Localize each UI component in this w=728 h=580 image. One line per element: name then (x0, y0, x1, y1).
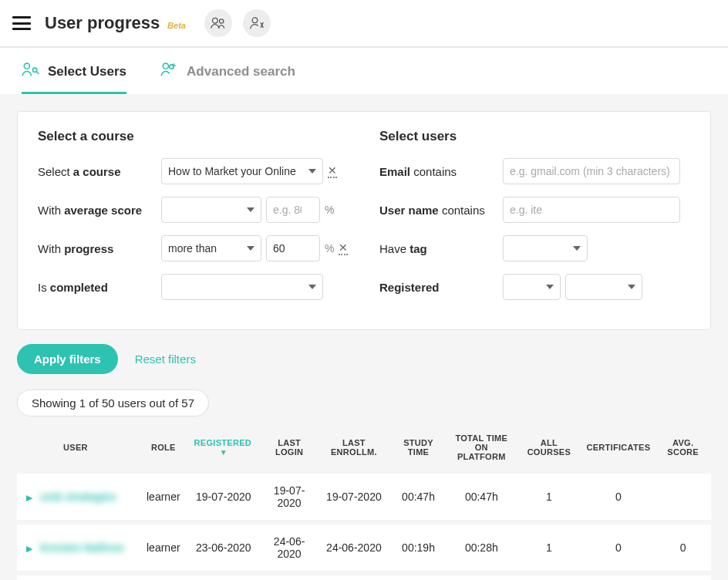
user-name[interactable]: Kreston Nathras (40, 541, 124, 554)
th-role[interactable]: ROLE (140, 426, 187, 471)
filter-heading-course: Select a course (38, 129, 349, 144)
input-progress-value[interactable] (266, 235, 320, 261)
avg-score-pct: % (325, 204, 334, 216)
label-tag: Have tag (379, 242, 503, 255)
cell-last-login: 19-07-2020 (261, 471, 318, 522)
label-registered: Registered (379, 281, 503, 294)
select-tag[interactable] (503, 235, 588, 261)
cell-all-courses: 1 (516, 522, 581, 573)
svg-line-5 (36, 72, 39, 74)
cell-role: learner (140, 522, 187, 573)
sort-desc-icon: ▼ (220, 448, 228, 457)
svg-point-0 (212, 18, 217, 23)
table-row: ▶smb strategieslearner19-07-202019-07-20… (17, 471, 711, 522)
input-email-contains[interactable] (503, 158, 680, 184)
svg-point-6 (163, 63, 168, 69)
input-username-contains[interactable] (503, 197, 680, 223)
beta-badge: Beta (167, 21, 186, 30)
results-summary: Showing 1 of 50 users out of 57 (17, 389, 209, 416)
th-certificates[interactable]: CERTIFICATES (581, 426, 655, 471)
user-name[interactable]: smb strategies (40, 491, 116, 503)
table-row: ▶financialcoachinglearner19-06-202019-06… (17, 573, 711, 580)
page-title: User progress Beta (45, 13, 186, 33)
menu-hamburger[interactable] (12, 16, 31, 30)
th-registered[interactable]: REGISTERED ▼ (187, 426, 261, 471)
label-progress: With progress (38, 242, 161, 255)
clear-course-icon[interactable]: ✕ (328, 165, 337, 178)
progress-pct: % (325, 242, 334, 255)
filter-panel: Select a course Select a course How to M… (17, 111, 711, 330)
filter-heading-users: Select users (379, 129, 690, 144)
th-user[interactable]: USER (17, 426, 140, 471)
cell-total-time: 00:10h (447, 573, 516, 580)
cell-registered: 19-06-2020 (187, 573, 261, 580)
tab-advanced-search[interactable]: Advanced search (160, 48, 295, 94)
cell-registered: 23-06-2020 (187, 522, 261, 573)
cell-last-enroll: 24-06-2020 (318, 522, 390, 573)
cell-all-courses: 1 (516, 471, 581, 522)
cell-all-courses: 1 (516, 573, 581, 580)
cell-user: ▶smb strategies (17, 471, 140, 522)
cell-role: learner (140, 573, 187, 580)
th-all-courses[interactable]: ALL COURSES (516, 426, 581, 471)
svg-point-3 (24, 63, 29, 69)
label-email: Email contains (379, 165, 503, 178)
tab-select-users[interactable]: Select Users (22, 48, 126, 94)
cell-last-enroll: 19-06-2020 (318, 573, 390, 580)
cell-user: ▶financialcoaching (17, 573, 140, 580)
cell-registered: 19-07-2020 (187, 471, 261, 522)
select-progress-op[interactable]: more than (161, 235, 261, 261)
cell-last-login: 19-06-2020 (261, 573, 318, 580)
label-select-course: Select a course (38, 165, 161, 178)
select-registered-value[interactable] (565, 274, 642, 300)
reset-filters-link[interactable]: Reset filters (135, 352, 196, 366)
th-last-enroll[interactable]: LAST ENROLLM. (318, 426, 390, 471)
user-settings-icon-button[interactable] (243, 9, 271, 37)
cell-user: ▶Kreston Nathras (17, 522, 140, 573)
cell-certificates: 0 (581, 573, 655, 580)
expand-row-icon[interactable]: ▶ (26, 493, 32, 503)
th-avg-score[interactable]: AVG. SCORE (655, 426, 711, 471)
cell-certificates: 0 (581, 471, 655, 522)
th-total-time[interactable]: TOTAL TIME ON PLATFORM (447, 426, 516, 471)
select-completed[interactable] (161, 274, 323, 300)
cell-study-time: 00:19h (390, 522, 447, 573)
tab-select-users-label: Select Users (48, 64, 126, 79)
tab-advanced-search-label: Advanced search (187, 64, 295, 79)
cell-avg-score: 0 (655, 573, 711, 580)
users-icon-button[interactable] (204, 9, 232, 37)
select-course[interactable]: How to Market your Online (161, 158, 323, 184)
svg-point-1 (219, 19, 223, 23)
select-users-icon (22, 62, 40, 81)
expand-row-icon[interactable]: ▶ (26, 544, 32, 554)
svg-point-2 (252, 18, 258, 23)
input-avg-score[interactable] (266, 197, 320, 223)
cell-last-login: 24-06-2020 (261, 522, 318, 573)
cell-last-enroll: 19-07-2020 (318, 471, 390, 522)
apply-filters-button[interactable]: Apply filters (17, 344, 118, 374)
label-avg-score: With average score (38, 204, 161, 217)
cell-avg-score: 0 (655, 522, 711, 573)
cell-total-time: 00:47h (447, 471, 516, 522)
label-completed: Is completed (38, 281, 161, 294)
clear-progress-icon[interactable]: ✕ (339, 242, 348, 255)
cell-certificates: 0 (581, 522, 655, 573)
cell-total-time: 00:28h (447, 522, 516, 573)
cell-study-time: 00:09h (390, 573, 447, 580)
select-avg-score-op[interactable] (161, 197, 261, 223)
users-icon (211, 17, 226, 29)
th-last-login[interactable]: LAST LOGIN (261, 426, 318, 471)
users-table: USER ROLE REGISTERED ▼ LAST LOGIN LAST E… (17, 426, 711, 580)
select-registered-op[interactable] (503, 274, 561, 300)
cell-avg-score (655, 471, 711, 522)
page-title-text: User progress (45, 13, 160, 32)
table-row: ▶Kreston Nathraslearner23-06-202024-06-2… (17, 522, 711, 573)
th-study-time[interactable]: STUDY TIME (390, 426, 447, 471)
cell-study-time: 00:47h (390, 471, 447, 522)
user-settings-icon (249, 16, 265, 30)
label-username: User name contains (379, 204, 503, 217)
cell-role: learner (140, 471, 187, 522)
advanced-search-icon (160, 62, 179, 81)
